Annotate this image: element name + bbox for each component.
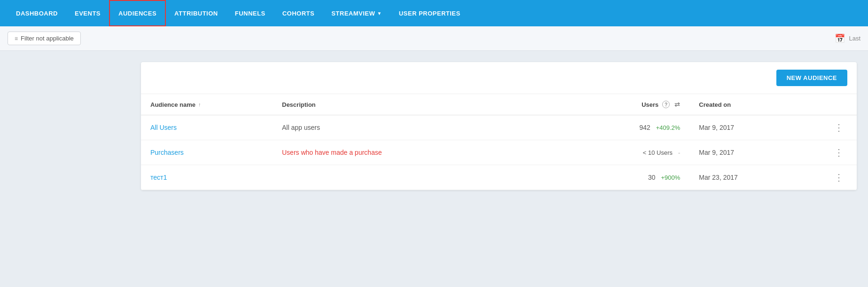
navbar: DASHBOARD EVENTS AUDIENCES ATTRIBUTION F… bbox=[0, 0, 868, 26]
nav-item-cohorts[interactable]: COHORTS bbox=[274, 0, 323, 26]
new-audience-button[interactable]: NEW AUDIENCE bbox=[776, 70, 847, 86]
date-label: Last bbox=[849, 35, 860, 42]
audience-created-cell: Mar 23, 2017 bbox=[689, 165, 821, 190]
users-change-badge: - bbox=[674, 149, 680, 156]
col-header-description: Description bbox=[273, 94, 528, 115]
audience-actions-cell: ⋮ bbox=[821, 115, 857, 140]
more-options-button[interactable]: ⋮ bbox=[830, 148, 847, 157]
audience-actions-cell: ⋮ bbox=[821, 140, 857, 165]
table-row: тест1 30 +900% Mar 23, 2017 ⋮ bbox=[141, 165, 857, 190]
nav-item-streamview[interactable]: STREAMVIEW ▼ bbox=[323, 0, 391, 26]
nav-item-attribution[interactable]: ATTRIBUTION bbox=[166, 0, 227, 26]
nav-item-funnels[interactable]: FUNNELS bbox=[227, 0, 274, 26]
nav-item-audiences[interactable]: AUDIENCES bbox=[109, 0, 166, 26]
audience-description-cell: All app users bbox=[273, 115, 528, 140]
col-header-created: Created on bbox=[689, 94, 821, 115]
audience-name-link-purchasers[interactable]: Purchasers bbox=[150, 149, 184, 156]
users-change-badge: +409.2% bbox=[652, 124, 680, 131]
audience-table: Audience name ↑ Description Users ? ⇄ bbox=[141, 94, 857, 190]
users-info-icon[interactable]: ? bbox=[662, 101, 670, 108]
col-header-users: Users ? ⇄ bbox=[528, 94, 689, 115]
audience-name-cell: All Users bbox=[141, 115, 273, 140]
audience-card: NEW AUDIENCE Audience name ↑ Description bbox=[141, 62, 857, 190]
audience-users-cell: 942 +409.2% bbox=[528, 115, 689, 140]
nav-item-user-properties[interactable]: USER PROPERTIES bbox=[391, 0, 469, 26]
main-content: NEW AUDIENCE Audience name ↑ Description bbox=[0, 51, 868, 201]
more-options-button[interactable]: ⋮ bbox=[830, 173, 847, 182]
audience-actions-cell: ⋮ bbox=[821, 165, 857, 190]
audience-created-cell: Mar 9, 2017 bbox=[689, 140, 821, 165]
table-row: All Users All app users 942 +409.2% Mar … bbox=[141, 115, 857, 140]
nav-item-events[interactable]: EVENTS bbox=[66, 0, 109, 26]
table-header-row: Audience name ↑ Description Users ? ⇄ bbox=[141, 94, 857, 115]
audience-name-cell: тест1 bbox=[141, 165, 273, 190]
users-change-badge: +900% bbox=[657, 174, 680, 181]
audience-name-link-test1[interactable]: тест1 bbox=[150, 174, 167, 181]
transfer-icon[interactable]: ⇄ bbox=[674, 101, 680, 108]
filter-icon: ≡ bbox=[15, 35, 18, 42]
audience-users-cell: < 10 Users - bbox=[528, 140, 689, 165]
audience-created-cell: Mar 9, 2017 bbox=[689, 115, 821, 140]
filter-button[interactable]: ≡ Filter not applicable bbox=[8, 32, 81, 45]
filter-label: Filter not applicable bbox=[21, 35, 74, 42]
sort-icon[interactable]: ↑ bbox=[198, 102, 201, 107]
calendar-icon[interactable]: 📅 bbox=[835, 33, 845, 44]
toolbar-right: 📅 Last bbox=[835, 33, 860, 44]
nav-item-dashboard[interactable]: DASHBOARD bbox=[8, 0, 66, 26]
streamview-dropdown-icon: ▼ bbox=[377, 11, 382, 16]
toolbar: ≡ Filter not applicable 📅 Last bbox=[0, 26, 868, 51]
audience-description-cell bbox=[273, 165, 528, 190]
card-header: NEW AUDIENCE bbox=[141, 62, 857, 94]
col-header-name: Audience name ↑ bbox=[141, 94, 273, 115]
audience-name-link-all-users[interactable]: All Users bbox=[150, 124, 177, 131]
more-options-button[interactable]: ⋮ bbox=[830, 123, 847, 132]
audience-description-cell: Users who have made a purchase bbox=[273, 140, 528, 165]
table-row: Purchasers Users who have made a purchas… bbox=[141, 140, 857, 165]
audience-name-cell: Purchasers bbox=[141, 140, 273, 165]
audience-users-cell: 30 +900% bbox=[528, 165, 689, 190]
col-header-actions bbox=[821, 94, 857, 115]
